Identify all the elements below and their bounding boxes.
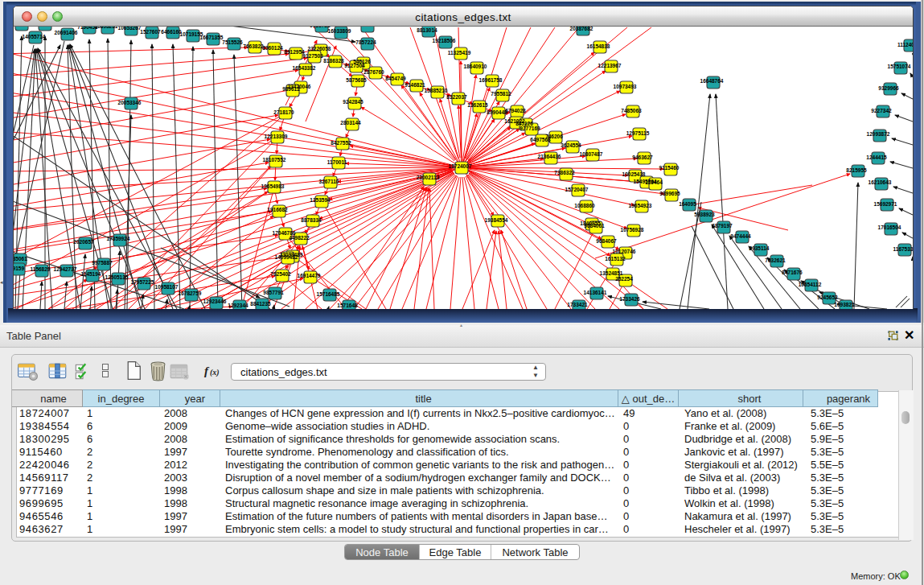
svg-text:8322037: 8322037 <box>446 94 467 100</box>
svg-text:5875685: 5875685 <box>346 77 367 83</box>
svg-text:1615132: 1615132 <box>605 256 626 262</box>
svg-text:(x): (x) <box>210 368 220 377</box>
svg-text:11124047: 11124047 <box>897 42 913 47</box>
svg-text:12213309: 12213309 <box>265 134 288 139</box>
svg-text:9684061: 9684061 <box>584 223 605 229</box>
svg-text:19654983: 19654983 <box>261 183 285 189</box>
svg-text:14136141: 14136141 <box>584 290 607 295</box>
svg-text:7485063: 7485063 <box>621 108 642 113</box>
svg-text:3267110: 3267110 <box>319 179 339 184</box>
svg-text:6879197: 6879197 <box>712 223 733 229</box>
svg-text:16961758: 16961758 <box>479 77 503 83</box>
svg-text:15692971: 15692971 <box>874 201 897 207</box>
svg-text:6466160: 6466160 <box>161 29 182 35</box>
svg-text:16893231: 16893231 <box>95 27 118 29</box>
svg-text:f: f <box>204 365 210 377</box>
svg-text:2876760: 2876760 <box>363 69 384 75</box>
svg-text:20053346: 20053346 <box>118 100 142 105</box>
svg-text:1292344: 1292344 <box>228 303 248 308</box>
svg-text:9684067: 9684067 <box>596 238 617 244</box>
svg-text:10654112: 10654112 <box>799 282 822 287</box>
svg-text:1167533: 1167533 <box>893 246 913 252</box>
svg-text:7663822: 7663822 <box>243 43 264 49</box>
svg-text:989612: 989612 <box>282 86 300 92</box>
svg-text:16154838: 16154838 <box>587 43 610 49</box>
svg-text:1170011: 1170011 <box>327 159 347 165</box>
svg-text:2803144: 2803144 <box>340 120 361 126</box>
svg-text:1916682: 1916682 <box>267 207 288 212</box>
svg-text:9975887: 9975887 <box>92 260 113 266</box>
svg-text:1156829: 1156829 <box>31 266 51 272</box>
svg-text:1733426: 1733426 <box>619 296 640 302</box>
svg-text:7632621: 7632621 <box>765 257 786 263</box>
svg-text:2718170: 2718170 <box>273 109 294 115</box>
svg-text:164095: 164095 <box>679 201 696 207</box>
svg-text:835061: 835061 <box>14 256 27 262</box>
svg-text:23226058: 23226058 <box>308 46 331 51</box>
svg-text:10756928: 10756928 <box>621 227 644 233</box>
svg-text:8990448: 8990448 <box>487 109 507 115</box>
svg-text:12093872: 12093872 <box>867 131 890 137</box>
svg-text:9777169: 9777169 <box>519 126 540 131</box>
svg-text:14055714: 14055714 <box>23 34 46 39</box>
svg-text:13524851: 13524851 <box>600 270 623 276</box>
svg-text:16671355: 16671355 <box>200 35 224 40</box>
svg-text:6794028: 6794028 <box>505 108 526 113</box>
svg-text:10653267: 10653267 <box>118 27 142 31</box>
svg-text:10025438: 10025438 <box>622 171 646 177</box>
svg-text:14099482: 14099482 <box>275 254 298 260</box>
svg-text:15885210: 15885210 <box>425 88 448 93</box>
svg-text:19384554: 19384554 <box>485 217 508 223</box>
svg-text:19654923: 19654923 <box>629 203 652 208</box>
svg-text:10958107: 10958107 <box>155 284 179 290</box>
svg-text:18107552: 18107552 <box>263 157 286 163</box>
svg-text:1093821: 1093821 <box>834 302 855 307</box>
svg-text:1571648: 1571648 <box>337 303 358 308</box>
svg-text:7386322: 7386322 <box>554 170 575 175</box>
svg-text:9242845: 9242845 <box>343 99 363 105</box>
svg-text:9463627: 9463627 <box>632 154 653 160</box>
svg-text:16914479: 16914479 <box>298 273 321 278</box>
svg-text:8471676: 8471676 <box>782 270 803 275</box>
svg-text:1145194: 1145194 <box>81 271 101 277</box>
svg-text:1362615: 1362615 <box>467 102 488 108</box>
svg-text:746206: 746206 <box>545 134 563 139</box>
svg-text:8841235: 8841235 <box>250 301 271 307</box>
svg-text:18724007: 18724007 <box>449 163 472 169</box>
svg-text:8186328: 8186328 <box>323 58 344 64</box>
svg-text:8813014: 8813014 <box>417 27 437 33</box>
svg-text:1244415: 1244415 <box>866 154 887 160</box>
svg-text:7955812: 7955812 <box>491 91 511 97</box>
svg-text:9146821: 9146821 <box>405 82 425 88</box>
svg-text:8878334: 8878334 <box>301 217 322 223</box>
svg-text:1733421: 1733421 <box>567 302 588 307</box>
svg-text:17359924: 17359924 <box>107 236 130 241</box>
svg-text:11325419: 11325419 <box>448 50 471 56</box>
svg-text:9245652: 9245652 <box>817 295 838 300</box>
svg-text:9227342: 9227342 <box>871 108 892 113</box>
svg-text:8427552: 8427552 <box>331 140 351 146</box>
svg-text:16543382: 16543382 <box>293 65 316 71</box>
svg-text:1353594: 1353594 <box>310 197 331 203</box>
svg-text:9329966: 9329966 <box>878 85 899 91</box>
svg-text:8215955: 8215955 <box>846 167 867 173</box>
svg-text:10973493: 10973493 <box>614 84 637 89</box>
svg-text:16033809: 16033809 <box>328 28 351 34</box>
svg-text:5938923: 5938923 <box>694 212 715 217</box>
svg-text:16210643: 16210643 <box>869 179 892 185</box>
svg-text:8912954: 8912954 <box>284 49 305 55</box>
svg-text:16648764: 16648764 <box>700 78 724 84</box>
svg-text:9127504: 9127504 <box>344 63 365 68</box>
svg-text:252254: 252254 <box>615 276 633 282</box>
svg-text:1527607: 1527607 <box>140 29 161 35</box>
svg-text:9857791: 9857791 <box>263 290 284 295</box>
svg-text:19218506: 19218506 <box>433 38 456 43</box>
svg-text:21364436: 21364436 <box>538 154 561 159</box>
svg-text:8087313: 8087313 <box>355 27 376 27</box>
svg-text:7625402: 7625402 <box>270 271 291 277</box>
svg-text:15720407: 15720407 <box>565 187 589 192</box>
svg-text:17016504: 17016504 <box>878 225 901 230</box>
svg-text:15751074: 15751074 <box>888 64 911 69</box>
svg-text:8960124: 8960124 <box>262 45 283 51</box>
svg-text:23002113: 23002113 <box>417 175 440 180</box>
